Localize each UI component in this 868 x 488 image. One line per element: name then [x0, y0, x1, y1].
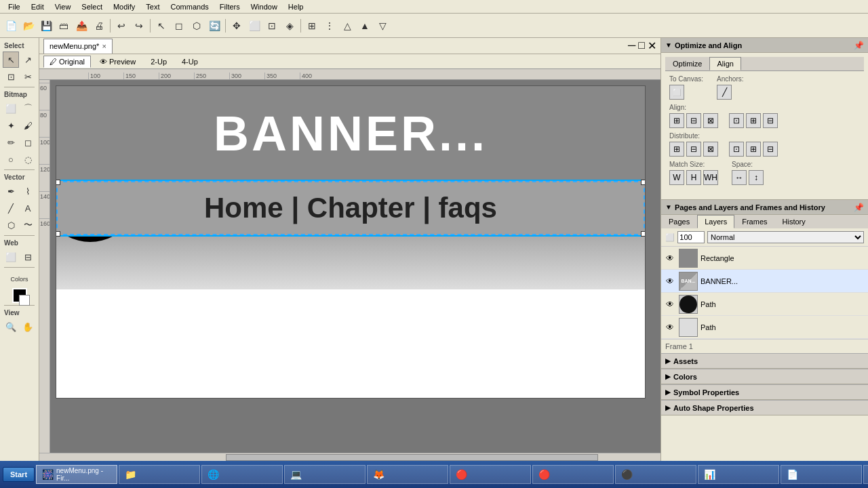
pin-icon[interactable]: 📌	[854, 41, 864, 50]
layer-visibility-rectangle[interactable]: 👁	[664, 252, 676, 264]
ms-wh-btn[interactable]: WH	[703, 170, 718, 185]
select-btn[interactable]: ↖	[153, 18, 170, 34]
tab-2up[interactable]: 2-Up	[144, 56, 173, 68]
hotspot-tool[interactable]: ⬜	[3, 249, 19, 265]
vector-path-tool[interactable]: ╱	[3, 200, 19, 216]
menu-edit[interactable]: Edit	[26, 1, 50, 12]
tab-original[interactable]: 🖊 Original	[43, 56, 91, 68]
layer-visibility-banner[interactable]: 👁	[664, 275, 676, 287]
rotate-btn[interactable]: 🔄	[206, 18, 222, 34]
bezier-tool[interactable]: ⌇	[20, 183, 36, 199]
menu-filters[interactable]: Filters	[214, 1, 245, 12]
dist-bottom-btn[interactable]: ⊟	[763, 142, 778, 157]
taskbar-app1[interactable]: ⚫	[615, 465, 696, 484]
layers-panel-header[interactable]: ▼ Pages and Layers and Frames and Histor…	[661, 200, 868, 215]
pencil-tool[interactable]: ✏	[3, 134, 19, 150]
taskbar-excel[interactable]: 📊	[698, 465, 779, 484]
distribute-btn[interactable]: ⋮	[321, 18, 338, 34]
dist-center-v-btn[interactable]: ⊞	[746, 142, 761, 157]
pen-tool[interactable]: ✒	[3, 183, 19, 199]
tab-4up[interactable]: 4-Up	[176, 56, 204, 68]
brush-tool[interactable]: 🖌	[20, 117, 36, 134]
close-btn[interactable]: ✕	[648, 39, 656, 52]
taskbar-browser1[interactable]: 🌐	[201, 465, 283, 484]
tab-close-btn[interactable]: ×	[102, 42, 106, 50]
intersect-btn[interactable]: ▲	[357, 18, 373, 34]
crop-btn[interactable]: ⬡	[189, 18, 205, 34]
subselect-tool[interactable]: ↗	[20, 52, 36, 68]
assets-header[interactable]: ▶ Assets	[661, 354, 868, 369]
handle-tl[interactable]	[56, 180, 60, 185]
start-button[interactable]: Start	[3, 467, 35, 482]
smudge-tool[interactable]: ◌	[20, 151, 36, 167]
save-btn[interactable]: 💾	[38, 18, 54, 34]
menu-view[interactable]: View	[50, 1, 77, 12]
union-btn[interactable]: △	[339, 18, 355, 34]
pages-tab[interactable]: Pages	[661, 215, 697, 228]
taskbar-opera[interactable]: 🔴	[450, 465, 531, 484]
anchor-btn[interactable]: ╱	[717, 85, 732, 100]
minimize-btn[interactable]: ─	[628, 39, 635, 52]
align-right-btn[interactable]: ⊠	[703, 113, 718, 128]
taskbar-illustrator[interactable]: 🎨	[863, 465, 868, 484]
dist-right-btn[interactable]: ⊠	[703, 142, 718, 157]
menu-window[interactable]: Window	[245, 1, 283, 12]
taskbar-folder[interactable]: 📁	[119, 465, 200, 484]
menu-commands[interactable]: Commands	[165, 1, 214, 12]
move-btn[interactable]: ✥	[229, 18, 245, 34]
taskbar-fireworks[interactable]: 🎆 newMenu.png - Fir...	[36, 465, 117, 484]
opacity-input[interactable]	[677, 231, 705, 243]
handle-br[interactable]	[641, 231, 646, 237]
deselect-btn[interactable]: ◻	[171, 18, 187, 34]
zoom-tool[interactable]: 🔍	[3, 319, 19, 335]
align-left-btn[interactable]: ⊞	[669, 113, 684, 128]
menu-modify[interactable]: Modify	[108, 1, 140, 12]
marquee-tool[interactable]: ⬜	[3, 100, 19, 117]
layer-item-rectangle[interactable]: 👁 Rectangle	[661, 247, 868, 270]
optimize-tab[interactable]: Optimize	[665, 57, 709, 70]
shape-tool[interactable]: ⬡	[3, 217, 19, 233]
align-center-v-btn[interactable]: ⊞	[746, 113, 761, 128]
dist-top-btn[interactable]: ⊡	[729, 142, 744, 157]
layers-pin-icon[interactable]: 📌	[854, 203, 864, 212]
tab-preview[interactable]: 👁 Preview	[94, 56, 142, 68]
space-v-btn[interactable]: ↕	[749, 170, 764, 185]
freeform-tool[interactable]: 〜	[20, 217, 36, 233]
export-btn[interactable]: 📤	[73, 18, 90, 34]
ms-w-btn[interactable]: W	[669, 170, 684, 185]
layer-item-banner[interactable]: 👁 BAN... BANNER...	[661, 270, 868, 293]
lasso-tool[interactable]: ⌒	[20, 100, 36, 117]
scale-tool[interactable]: ⊡	[3, 68, 19, 85]
distort-btn[interactable]: ⊡	[264, 18, 280, 34]
canvas-btn-1[interactable]: ⬜	[669, 85, 684, 100]
undo-btn[interactable]: ↩	[113, 18, 130, 34]
blend-mode-select[interactable]: Normal Multiply Screen	[707, 231, 864, 243]
handle-bl[interactable]	[56, 231, 60, 237]
optimize-align-header[interactable]: ▼ Optimize and Align 📌	[661, 38, 868, 53]
layer-item-path1[interactable]: 👁 Path	[661, 293, 868, 316]
save-as-btn[interactable]: 🗃	[56, 18, 72, 34]
menu-help[interactable]: Help	[283, 1, 309, 12]
redo-btn[interactable]: ↪	[131, 18, 147, 34]
dist-left-btn[interactable]: ⊞	[669, 142, 684, 157]
symbol-properties-header[interactable]: ▶ Symbol Properties	[661, 385, 868, 400]
menu-file[interactable]: File	[3, 1, 26, 12]
text-tool[interactable]: A	[20, 200, 36, 216]
menu-text[interactable]: Text	[140, 1, 165, 12]
layer-visibility-path2[interactable]: 👁	[664, 321, 676, 333]
taskbar-vivaldi[interactable]: 🔴	[532, 465, 614, 484]
print-btn[interactable]: 🖨	[91, 18, 107, 34]
layer-visibility-path1[interactable]: 👁	[664, 298, 676, 310]
transform-btn[interactable]: ⬜	[246, 18, 262, 34]
history-tab[interactable]: History	[775, 215, 813, 228]
doc-tab[interactable]: newMenu.png* ×	[43, 39, 113, 54]
h-scrollbar[interactable]	[39, 453, 660, 461]
handle-tr[interactable]	[641, 180, 646, 185]
align-center-h-btn[interactable]: ⊟	[686, 113, 701, 128]
fill-color[interactable]	[19, 295, 30, 306]
space-h-btn[interactable]: ↔	[732, 170, 747, 185]
auto-shape-header[interactable]: ▶ Auto Shape Properties	[661, 401, 868, 415]
punch-btn[interactable]: ▽	[374, 18, 391, 34]
taskbar-word[interactable]: 📄	[781, 465, 862, 484]
canvas-scroll[interactable]: BANNER... Home | Chapter | faqs	[50, 80, 660, 453]
